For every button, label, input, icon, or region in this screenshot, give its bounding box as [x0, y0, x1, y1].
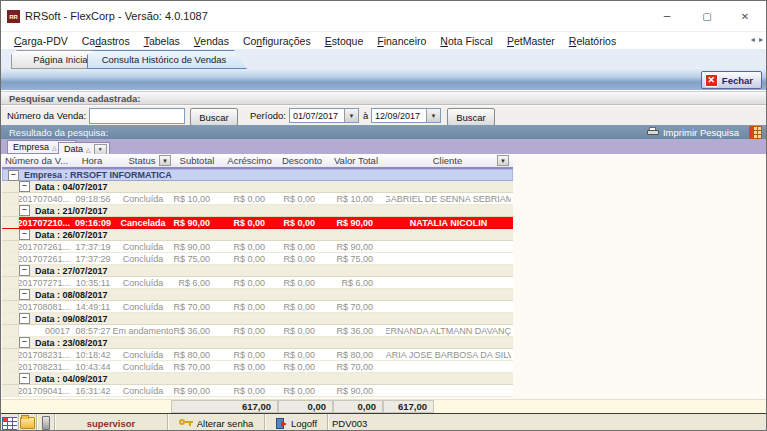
row-indent	[2, 349, 19, 360]
group-chip-label: Empresa	[13, 142, 49, 152]
row-indent	[2, 325, 19, 336]
sale-row[interactable]: 201709041...16:31:42ConcluídaR$ 90,00R$ …	[2, 385, 513, 397]
table-tool-button[interactable]	[1, 414, 19, 431]
date-group-row[interactable]: −Data : 08/08/2017	[2, 289, 513, 301]
filter-chevron-icon[interactable]: ▼	[497, 155, 509, 166]
row-indent	[2, 253, 19, 264]
column-header-subtotal[interactable]: Subtotal	[172, 154, 222, 167]
date-from-select[interactable]: 01/07/2017 ▼	[289, 108, 359, 123]
collapse-icon[interactable]: −	[19, 229, 30, 240]
column-header-acrescimo[interactable]: Acréscimo	[222, 154, 277, 167]
folder-tool-button[interactable]	[19, 414, 37, 431]
imprimir-pesquisa-button[interactable]: Imprimir Pesquisa	[647, 127, 739, 138]
date-group-row[interactable]: −Data : 27/07/2017	[2, 265, 513, 277]
page-toolbar: ✕ Fechar	[1, 69, 766, 91]
cell-cliente	[386, 241, 511, 252]
collapse-icon[interactable]: −	[19, 337, 30, 348]
cell-acrescimo: R$ 0,00	[223, 325, 278, 336]
folder-icon	[20, 417, 35, 429]
chevron-down-icon[interactable]: ▼	[344, 109, 358, 122]
collapse-icon[interactable]: −	[19, 181, 30, 192]
menu-overflow-arrows-icon[interactable]: ◂ ▸	[751, 35, 764, 44]
chevron-down-icon[interactable]: ▼	[94, 144, 107, 155]
collapse-icon[interactable]: −	[19, 373, 30, 384]
company-group-row[interactable]: −Empresa : RRSOFT INFORMATICA	[2, 169, 513, 181]
menu-item-cadastros[interactable]: Cadastros	[75, 33, 137, 49]
date-group-row[interactable]: −Data : 26/07/2017	[2, 229, 513, 241]
menu-item-financeiro[interactable]: Financeiro	[370, 33, 433, 49]
sale-row[interactable]: 201708231...10:18:42ConcluídaR$ 80,00R$ …	[2, 349, 513, 361]
column-header-label: Cliente	[433, 155, 463, 166]
menu-item-nota-fiscal[interactable]: Nota Fiscal	[433, 33, 500, 49]
sale-row[interactable]: 201708231...10:43:44ConcluídaR$ 70,00R$ …	[2, 361, 513, 373]
sale-row[interactable]: 201707261...17:37:19ConcluídaR$ 90,00R$ …	[2, 241, 513, 253]
device-tool-button[interactable]	[37, 414, 55, 431]
collapse-icon[interactable]: −	[19, 289, 30, 300]
cell-desconto: R$ 0,00	[278, 361, 328, 372]
cell-cliente	[386, 277, 511, 288]
row-indent	[2, 277, 19, 288]
chevron-down-icon[interactable]: ▼	[426, 109, 440, 122]
sale-number-input[interactable]	[89, 108, 185, 124]
collapse-icon[interactable]: −	[8, 170, 19, 181]
sale-row[interactable]: 201707210...09:16:09CanceladaR$ 90,00R$ …	[2, 217, 513, 229]
sale-row[interactable]: 0001708:57:27Em andamentoR$ 36,00R$ 0,00…	[2, 325, 513, 337]
menu-item-carga-pdv[interactable]: Carga-PDV	[7, 33, 75, 49]
column-header-cliente[interactable]: Cliente▼	[385, 154, 510, 167]
alterar-senha-button[interactable]: Alterar senha	[168, 414, 265, 431]
column-header-label: Número da V...	[5, 155, 68, 166]
menu-item-vendas[interactable]: Vendas	[187, 33, 236, 49]
date-group-row[interactable]: −Data : 04/07/2017	[2, 181, 513, 193]
cell-numero: 201708231...	[19, 361, 73, 372]
cell-subtotal: R$ 10,00	[173, 193, 223, 204]
menu-item-tabelas[interactable]: Tabelas	[137, 33, 187, 49]
grid-export-icon[interactable]	[749, 126, 762, 139]
minimize-button[interactable]: –	[652, 7, 682, 25]
key-icon	[179, 419, 193, 427]
company-group-label: Empresa : RRSOFT INFORMATICA	[24, 170, 172, 180]
column-header-valor[interactable]: Valor Total	[327, 154, 385, 167]
date-to-select[interactable]: 12/09/2017 ▼	[371, 108, 441, 123]
cell-cliente: FERNANDA ALTMANN DAVANÇO	[386, 325, 511, 336]
group-chip-label: Data	[64, 144, 83, 154]
column-header-desconto[interactable]: Desconto	[277, 154, 327, 167]
collapse-icon[interactable]: −	[19, 205, 30, 216]
logoff-button[interactable]: Logoff	[265, 414, 328, 431]
menu-item-petmaster[interactable]: PetMaster	[500, 33, 562, 49]
tab-consulta-hist-rico-de-vendas[interactable]: Consulta Histórico de Vendas	[87, 50, 247, 69]
sale-row[interactable]: 201707261...17:37:29ConcluídaR$ 75,00R$ …	[2, 253, 513, 265]
collapse-icon[interactable]: −	[19, 265, 30, 276]
sale-row[interactable]: 201707040...09:18:56ConcluídaR$ 10,00R$ …	[2, 193, 513, 205]
sale-number-label: Número da Venda:	[7, 110, 86, 121]
sale-row[interactable]: 201708081...14:49:11ConcluídaR$ 70,00R$ …	[2, 301, 513, 313]
cell-subtotal: R$ 6,00	[173, 277, 223, 288]
sale-row[interactable]: 201707271...10:35:11ConcluídaR$ 6,00R$ 0…	[2, 277, 513, 289]
column-header-status[interactable]: Status▼	[112, 154, 172, 167]
maximize-button[interactable]: ▢	[692, 7, 722, 25]
date-group-row[interactable]: −Data : 04/09/2017	[2, 373, 513, 385]
column-header-numero[interactable]: Número da V...△	[2, 154, 72, 167]
menu-item-relat-rios[interactable]: Relatórios	[562, 33, 623, 49]
date-from-value: 01/07/2017	[290, 109, 344, 122]
collapse-icon[interactable]: −	[19, 313, 30, 324]
date-group-row[interactable]: −Data : 23/08/2017	[2, 337, 513, 349]
cell-hora: 14:49:11	[73, 301, 113, 312]
cell-valor-total: R$ 70,00	[328, 361, 386, 372]
menu-item-configura-es[interactable]: Configurações	[236, 33, 318, 49]
column-header-hora[interactable]: Hora	[72, 154, 112, 167]
date-group-label: Data : 21/07/2017	[35, 206, 108, 216]
buscar-period-button[interactable]: Buscar	[447, 108, 495, 126]
column-header-label: Status	[129, 155, 156, 166]
date-group-row[interactable]: −Data : 21/07/2017	[2, 205, 513, 217]
cell-subtotal: R$ 75,00	[173, 253, 223, 264]
menu-item-estoque[interactable]: Estoque	[318, 33, 371, 49]
date-group-row[interactable]: −Data : 09/08/2017	[2, 313, 513, 325]
fechar-button[interactable]: ✕ Fechar	[701, 71, 762, 89]
buscar-number-button[interactable]: Buscar	[190, 108, 238, 126]
filter-chevron-icon[interactable]: ▼	[159, 155, 171, 166]
menu-bar: Carga-PDVCadastrosTabelasVendasConfigura…	[1, 31, 766, 49]
date-group-label: Data : 26/07/2017	[35, 230, 108, 240]
total-desconto: 0,00	[333, 400, 383, 413]
close-window-button[interactable]: ✕	[730, 7, 760, 25]
cell-desconto: R$ 0,00	[278, 301, 328, 312]
